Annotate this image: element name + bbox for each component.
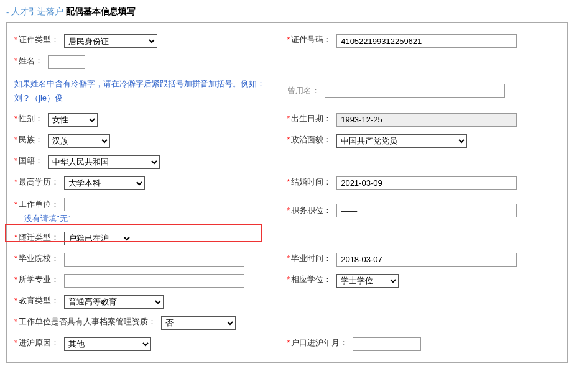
section-header: - 人才引进落户 配偶基本信息填写 — [6, 6, 568, 17]
input-school[interactable] — [64, 253, 244, 267]
label-grad-time: 毕业时间： — [291, 253, 331, 264]
select-country[interactable]: 中华人民共和国 — [48, 155, 160, 169]
select-archive[interactable]: 否 — [161, 316, 236, 330]
input-marry[interactable] — [336, 176, 517, 190]
input-name[interactable] — [48, 55, 85, 69]
label-move-type: 随迁类型： — [19, 232, 59, 243]
required-mark: * — [14, 200, 17, 209]
required-mark: * — [287, 114, 290, 123]
label-id-number: 证件号码： — [291, 34, 331, 45]
input-position[interactable] — [336, 204, 517, 217]
select-move-type[interactable]: 户籍已在沪 — [64, 232, 132, 245]
select-edu-type[interactable]: 普通高等教育 — [64, 295, 164, 309]
header-divider — [141, 12, 568, 12]
label-name: 姓名： — [19, 55, 43, 66]
required-mark: * — [14, 339, 17, 347]
required-mark: * — [287, 206, 290, 215]
label-entry-date: 户口进沪年月： — [291, 337, 348, 349]
label-archive: 工作单位是否具有人事档案管理资质： — [19, 316, 156, 327]
label-politics: 政治面貌： — [291, 134, 331, 145]
label-reason: 进沪原因： — [19, 337, 59, 349]
hint-work-none: 没有请填"无" — [7, 213, 70, 224]
label-nation: 民族： — [19, 134, 43, 145]
select-nation[interactable]: 汉族 — [48, 134, 110, 148]
select-politics[interactable]: 中国共产党党员 — [336, 134, 467, 148]
form-container: *证件类型： 居民身份证 *证件号码： *姓名： 如果姓名中含有冷僻字，请在冷僻… — [6, 22, 568, 363]
required-mark: * — [14, 135, 17, 144]
label-marry: 结婚时间： — [291, 176, 331, 188]
header-prefix: 人才引进落户 — [11, 6, 63, 17]
label-school: 毕业院校： — [19, 253, 59, 264]
required-mark: * — [14, 317, 17, 326]
dash-icon: - — [6, 7, 9, 17]
input-id-number[interactable] — [336, 34, 517, 48]
hint-rare-char: 如果姓名中含有冷僻字，请在冷僻字后紧跟括号加拼音加括号。例如：刘？（jie）俊 — [7, 76, 280, 106]
select-degree[interactable]: 学士学位 — [336, 274, 399, 288]
input-major[interactable] — [64, 274, 244, 288]
label-birth: 出生日期： — [291, 113, 331, 124]
required-mark: * — [287, 254, 290, 263]
required-mark: * — [14, 178, 17, 186]
label-gender: 性别： — [19, 113, 43, 124]
label-degree: 相应学位： — [291, 274, 331, 285]
input-work[interactable] — [64, 198, 244, 211]
select-edu[interactable]: 大学本科 — [64, 176, 145, 190]
required-mark: * — [287, 35, 290, 44]
required-mark: * — [287, 135, 290, 144]
input-birth[interactable] — [336, 113, 517, 127]
label-country: 国籍： — [19, 155, 43, 166]
select-id-type[interactable]: 居民身份证 — [64, 34, 157, 48]
input-old-name[interactable] — [325, 84, 505, 98]
required-mark: * — [14, 57, 17, 65]
required-mark: * — [14, 114, 17, 123]
required-mark: * — [14, 157, 17, 165]
required-mark: * — [287, 178, 290, 186]
label-old-name: 曾用名： — [287, 85, 320, 96]
required-mark: * — [14, 35, 17, 44]
required-mark: * — [14, 254, 17, 263]
select-reason[interactable]: 其他 — [64, 337, 151, 351]
label-edu-type: 教育类型： — [19, 295, 59, 306]
header-title: 配偶基本信息填写 — [66, 6, 136, 17]
label-edu: 最高学历： — [19, 176, 59, 188]
label-id-type: 证件类型： — [19, 34, 59, 45]
required-mark: * — [287, 275, 290, 284]
label-major: 所学专业： — [19, 274, 59, 285]
input-entry-date[interactable] — [353, 337, 421, 351]
select-gender[interactable]: 女性 — [48, 113, 98, 127]
required-mark: * — [14, 296, 17, 305]
required-mark: * — [14, 275, 17, 284]
label-position: 职务职位： — [291, 205, 331, 216]
required-mark: * — [14, 233, 17, 242]
input-grad-time[interactable] — [336, 253, 517, 267]
required-mark: * — [287, 339, 290, 347]
label-work: 工作单位： — [19, 199, 59, 210]
